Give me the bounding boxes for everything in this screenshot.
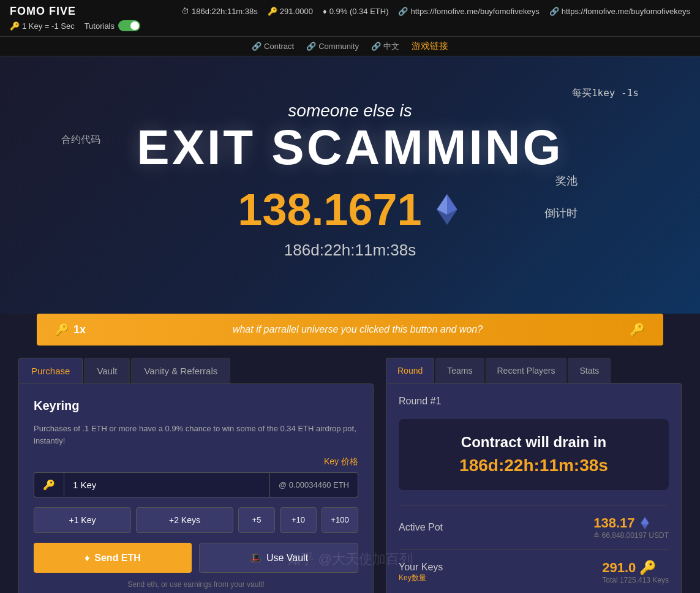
- use-vault-button[interactable]: 🎩 Use Vault: [199, 543, 358, 573]
- link2-icon: 🔗: [549, 7, 559, 16]
- right-tabs: Round Teams Recent Players Stats: [386, 358, 682, 383]
- contract-drain-timer: 186d:22h:11m:38s: [413, 456, 654, 475]
- nav-row: 🔗 Contract 🔗 Community 🔗 中文 游戏链接: [0, 37, 700, 56]
- cta-key-icon: 🔑: [55, 323, 69, 336]
- community-icon: 🔗: [306, 42, 316, 51]
- nav-contract[interactable]: 🔗 Contract: [252, 42, 294, 51]
- left-panel: Purchase Vault Vanity & Referrals Keyrin…: [18, 358, 374, 593]
- timer-stat: ⏱ 186d:22h:11m:38s: [181, 7, 258, 16]
- header: FOMO FIVE ⏱ 186d:22h:11m:38s 🔑 291.0000 …: [0, 0, 700, 37]
- logo: FOMO FIVE: [10, 5, 76, 18]
- your-keys-value: 291.0 🔑: [602, 560, 669, 576]
- send-eth-button[interactable]: ♦ Send ETH: [34, 543, 192, 573]
- nav-game-link: 游戏链接: [412, 40, 448, 52]
- link1-icon: 🔗: [398, 7, 408, 16]
- contract-drain-box: Contract will drain in 186d:22h:11m:38s: [399, 419, 669, 490]
- hero-title: EXIT SCAMMING: [137, 123, 563, 172]
- keys-stat: 🔑 291.0000: [268, 7, 313, 16]
- your-keys-label: Your Keys: [399, 562, 443, 573]
- qty-btn-100[interactable]: +100: [322, 507, 358, 533]
- link1-stat[interactable]: 🔗 https://fomofive.me/buyfomofivekeys: [398, 7, 539, 16]
- your-keys-row: Your Keys Key数量 291.0 🔑 Total 1725.413 K…: [399, 560, 669, 584]
- hero-label-right: 每买1key -1s: [572, 87, 639, 100]
- link2-stat[interactable]: 🔗 https://fomofive.me/buyfomofivekeys: [549, 7, 690, 16]
- right-panel: Round Teams Recent Players Stats Round #…: [386, 358, 682, 593]
- qty-btn-2keys[interactable]: +2 Keys: [136, 507, 233, 533]
- divider-2: [399, 550, 669, 550]
- cta-left: 🔑 1x: [55, 323, 86, 336]
- timer-icon: ⏱: [181, 7, 189, 16]
- active-pot-label: Active Pot: [399, 522, 443, 533]
- header-link1: https://fomofive.me/buyfomofivekeys: [410, 7, 539, 16]
- jackpot-label: 奖池: [555, 173, 578, 188]
- section-title: Keyring: [34, 399, 358, 413]
- header-right: 🔑 1 Key = -1 Sec Tutorials: [10, 20, 140, 31]
- header-eth: 0.9% (0.34 ETH): [329, 7, 389, 16]
- hero-section: 合约代码 每买1key -1s someone else is EXIT SCA…: [0, 56, 700, 314]
- tab-round[interactable]: Round: [386, 358, 434, 383]
- tutorials-toggle[interactable]: Tutorials: [85, 20, 140, 31]
- key-icon: 🔑: [268, 7, 277, 16]
- your-keys-total: Total 1725.413 Keys: [602, 576, 669, 584]
- tutorials-label: Tutorials: [85, 21, 115, 31]
- hero-label-left: 合约代码: [61, 134, 100, 146]
- active-pot-usdt: ≙ 66,848.00197 USDT: [593, 531, 669, 540]
- eth-icon: ♦: [323, 7, 327, 16]
- nav-community[interactable]: 🔗 Community: [306, 42, 359, 51]
- hero-amount: 138.1671: [238, 184, 462, 235]
- qty-btn-5[interactable]: +5: [238, 507, 275, 533]
- cta-bar[interactable]: 🔑 1x what if parrallel universe you clic…: [37, 314, 663, 346]
- action-buttons: ♦ Send ETH 🎩 Use Vault: [34, 543, 358, 573]
- hero-amount-value: 138.1671: [238, 184, 421, 235]
- hero-timer: 186d:22h:11m:38s: [284, 241, 416, 260]
- nav-chinese[interactable]: 🔗 中文: [371, 41, 399, 52]
- eth-stat: ♦ 0.9% (0.34 ETH): [323, 7, 388, 16]
- key-quantity-input[interactable]: [64, 472, 269, 497]
- qty-btn-1key[interactable]: +1 Key: [34, 507, 131, 533]
- tab-vault[interactable]: Vault: [84, 358, 130, 383]
- active-pot-eth-icon: [639, 517, 651, 529]
- tab-teams[interactable]: Teams: [435, 358, 484, 383]
- tab-vanity[interactable]: Vanity & Referrals: [131, 358, 230, 383]
- cta-text: what if parrallel universe you clicked t…: [233, 324, 483, 335]
- contract-drain-title: Contract will drain in: [413, 434, 654, 451]
- active-pot-value: 138.17: [593, 515, 669, 531]
- your-keys-icon: 🔑: [639, 560, 656, 576]
- chinese-icon: 🔗: [371, 42, 381, 51]
- qty-buttons-row: +1 Key +2 Keys +5 +10 +100: [34, 507, 358, 533]
- eth-diamond-icon: [432, 194, 462, 225]
- active-pot-row: Active Pot 138.17 ≙ 66,848.00197 USDT: [399, 515, 669, 540]
- contract-icon: 🔗: [252, 42, 262, 51]
- main-content: Purchase Vault Vanity & Referrals Keyrin…: [0, 346, 700, 593]
- tab-purchase[interactable]: Purchase: [18, 358, 83, 383]
- tab-stats[interactable]: Stats: [568, 358, 611, 383]
- key-eq-info: 🔑 1 Key = -1 Sec: [10, 21, 75, 31]
- key-eq-icon: 🔑: [10, 21, 20, 31]
- eth-send-icon: ♦: [85, 553, 89, 564]
- header-keys: 291.0000: [280, 7, 313, 16]
- your-keys-sub: Key数量: [399, 573, 443, 583]
- round-label: Round #1: [399, 396, 669, 407]
- hero-subtitle: someone else is: [288, 101, 412, 121]
- header-stats: ⏱ 186d:22h:11m:38s 🔑 291.0000 ♦ 0.9% (0.…: [181, 7, 690, 16]
- header-link2: https://fomofive.me/buyfomofivekeys: [562, 7, 690, 16]
- divider-1: [399, 505, 669, 505]
- left-tabs: Purchase Vault Vanity & Referrals: [18, 358, 374, 383]
- key-eq-text: 1 Key = -1 Sec: [22, 21, 75, 31]
- action-hint: Send eth, or use earnings from your vaul…: [34, 580, 358, 589]
- key-input-icon: 🔑: [43, 479, 55, 491]
- left-panel-body: Keyring Purchases of .1 ETH or more have…: [18, 383, 374, 593]
- cta-arrow-icon: 🔑: [630, 322, 645, 337]
- info-text: Purchases of .1 ETH or more have a 0.9% …: [34, 423, 358, 447]
- qty-btn-10[interactable]: +10: [280, 507, 317, 533]
- right-panel-body: Round #1 Contract will drain in 186d:22h…: [386, 383, 682, 593]
- countdown-label: 倒计时: [544, 206, 578, 221]
- toggle-switch[interactable]: [118, 20, 140, 31]
- key-input-row: 🔑 @ 0.00034460 ETH: [34, 472, 358, 497]
- key-icon-wrapper: 🔑: [34, 472, 64, 497]
- cta-prefix: 1x: [73, 323, 86, 336]
- header-timer: 186d:22h:11m:38s: [192, 7, 258, 16]
- tab-recent-players[interactable]: Recent Players: [486, 358, 567, 383]
- price-display: @ 0.00034460 ETH: [269, 472, 358, 497]
- vault-icon: 🎩: [249, 552, 262, 564]
